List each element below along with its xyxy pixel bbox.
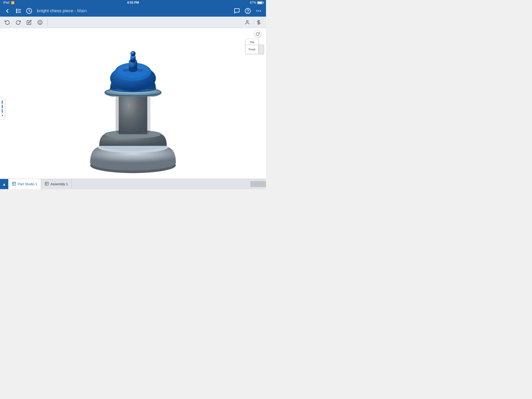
nav-bar: knight chess piece - Main [0, 5, 266, 17]
svg-rect-52 [45, 182, 48, 185]
scales-button[interactable] [254, 18, 263, 26]
tab-part-studio[interactable]: Part Studio 1 [8, 179, 41, 189]
main-viewport[interactable]: ▼ Top Front [0, 28, 266, 189]
cube-face-front[interactable]: Front [245, 45, 259, 54]
svg-point-40 [129, 68, 137, 72]
svg-point-1 [16, 11, 17, 11]
status-left: iPad 📶 [3, 1, 15, 4]
svg-point-15 [247, 20, 248, 22]
svg-point-46 [130, 51, 136, 56]
undo-button[interactable] [3, 18, 12, 26]
status-bar: iPad 📶 4:53 PM 87% [0, 0, 266, 5]
device-label: iPad [3, 1, 9, 4]
help-button[interactable] [244, 7, 252, 15]
svg-point-44 [130, 60, 136, 63]
doc-subtitle: Main [77, 8, 87, 13]
nav-separator: - [75, 8, 77, 13]
svg-point-9 [256, 10, 257, 11]
svg-rect-49 [12, 182, 16, 185]
history-button[interactable] [25, 7, 33, 15]
svg-rect-36 [137, 67, 143, 69]
toggle-chevron: ▼ [1, 114, 4, 117]
toolbar-right [243, 18, 263, 26]
wifi-icon: 📶 [11, 1, 15, 4]
status-time: 4:53 PM [127, 1, 139, 4]
tab-assembly[interactable]: Assembly 1 [41, 179, 72, 189]
svg-point-10 [258, 10, 259, 11]
tab-assembly-label: Assembly 1 [50, 182, 68, 186]
tab-assembly-icon [45, 182, 49, 187]
battery-icon [257, 1, 263, 4]
person-button[interactable] [243, 18, 252, 26]
toolbar-separator [47, 19, 48, 25]
rotate-view-button[interactable] [254, 30, 261, 37]
svg-point-12 [38, 20, 42, 24]
svg-point-11 [260, 10, 261, 11]
appearance-button[interactable] [35, 18, 45, 26]
toolbar [0, 17, 266, 28]
tab-scroll-up-button[interactable]: ▲ [0, 179, 8, 189]
view-cube: Top Front [243, 31, 263, 51]
sketch-button[interactable] [24, 18, 34, 26]
nav-title: knight chess piece - Main [37, 8, 230, 14]
battery-percent: 87% [250, 1, 256, 4]
menu-button[interactable] [14, 7, 22, 15]
chat-button[interactable] [233, 7, 241, 15]
svg-point-2 [16, 12, 17, 13]
toggle-bar-1 [2, 100, 3, 104]
svg-point-47 [131, 52, 133, 54]
tab-scrollbar[interactable] [250, 181, 266, 187]
doc-title: knight chess piece [37, 8, 73, 13]
bottom-tabs: ▲ Part Studio 1 Assembly 1 [0, 179, 266, 189]
more-button[interactable] [255, 7, 263, 15]
svg-rect-34 [123, 67, 129, 69]
back-button[interactable] [3, 7, 11, 15]
tab-part-studio-icon [12, 182, 16, 187]
status-right: 87% [250, 1, 263, 4]
redo-button[interactable] [14, 18, 23, 26]
svg-point-0 [16, 9, 17, 10]
toggle-bar-3 [2, 109, 3, 113]
toggle-bar-2 [2, 105, 3, 108]
cube-face-right[interactable] [259, 45, 264, 54]
chess-piece-3d [78, 30, 188, 181]
side-panel-toggle[interactable]: ▼ [0, 98, 5, 119]
tab-part-studio-label: Part Studio 1 [18, 182, 37, 186]
